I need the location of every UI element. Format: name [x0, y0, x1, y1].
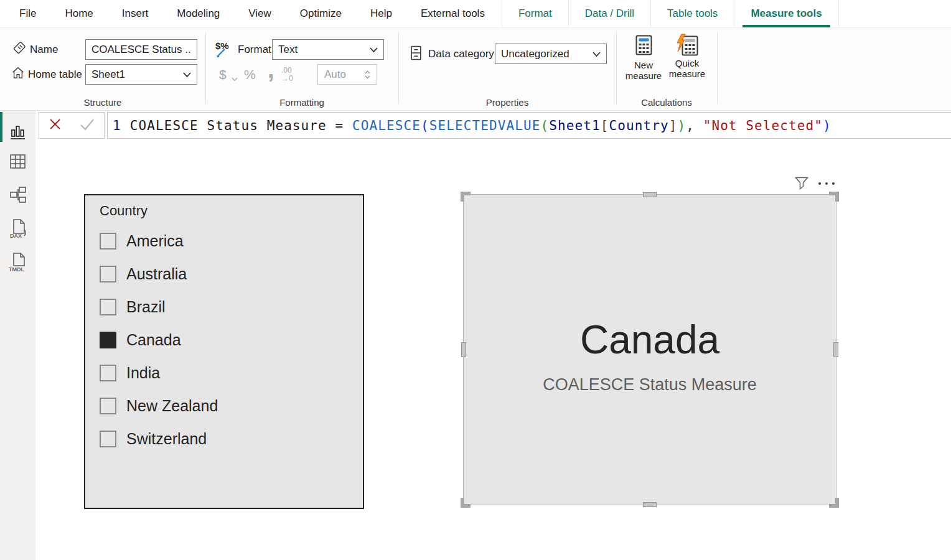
slicer-item-label: America — [126, 232, 184, 250]
home-table-dropdown[interactable]: Sheet1 — [85, 64, 197, 85]
decimal-places-stepper[interactable]: .00 →0 — [281, 64, 301, 85]
ribbon-separator — [717, 32, 718, 104]
formula-token: COALESCE Status Measure — [130, 118, 335, 133]
menu-item-insert[interactable]: Insert — [108, 0, 163, 27]
data-category-value: Uncategorized — [501, 48, 569, 60]
resize-handle-bottom[interactable] — [643, 502, 657, 507]
slicer-item-label: Switzerland — [126, 430, 207, 448]
resize-handle-top-right[interactable] — [829, 192, 839, 202]
tab-measure-tools[interactable]: Measure tools — [734, 0, 838, 27]
resize-handle-bottom-right[interactable] — [829, 498, 839, 508]
menu-item-view[interactable]: View — [234, 0, 286, 27]
resize-handle-top[interactable] — [643, 192, 657, 197]
table-view-icon — [9, 154, 26, 172]
commit-formula-button[interactable] — [80, 118, 95, 133]
slicer-item-label: New Zealand — [126, 397, 218, 415]
menu-item-file[interactable]: File — [5, 0, 50, 27]
more-options-icon[interactable] — [818, 182, 835, 185]
formula-token: ) — [823, 118, 832, 133]
currency-format-button[interactable]: $ — [219, 64, 227, 85]
tab-data-drill[interactable]: Data / Drill — [568, 0, 650, 27]
thousands-separator-button[interactable]: , — [268, 58, 274, 82]
formula-line-number: 1 — [113, 118, 121, 133]
sidebar-item-dax-query-view[interactable]: DAX — [0, 215, 35, 244]
quick-measure-icon — [677, 35, 698, 56]
chevron-down-icon — [183, 68, 191, 81]
format-icon: $% — [215, 42, 235, 60]
ribbon-separator — [205, 32, 206, 104]
home-table-value: Sheet1 — [91, 68, 125, 81]
ribbon: Name Home table Sheet1 Structure $% Form — [0, 28, 951, 111]
card-value: Canada — [464, 317, 836, 363]
data-category-dropdown[interactable]: Uncategorized — [495, 44, 607, 64]
slicer-item-canada[interactable]: Canada — [85, 324, 363, 357]
filter-funnel-icon[interactable] — [795, 177, 808, 192]
formula-token: COALESCE — [352, 118, 421, 133]
slicer-item-switzerland[interactable]: Switzerland — [85, 422, 363, 455]
chevron-down-icon — [370, 44, 378, 56]
menu-item-modeling[interactable]: Modeling — [162, 0, 234, 27]
formula-token: "Not Selected" — [703, 118, 823, 133]
checkbox-india[interactable] — [100, 365, 116, 381]
checkbox-brazil[interactable] — [100, 299, 116, 315]
format-dropdown[interactable]: Text — [272, 39, 384, 60]
menu-item-optimize[interactable]: Optimize — [286, 0, 356, 27]
group-label-properties: Properties — [398, 97, 616, 108]
slicer-item-label: Brazil — [126, 298, 166, 316]
home-icon — [11, 66, 25, 82]
checkbox-switzerland[interactable] — [100, 431, 116, 447]
checkbox-america[interactable] — [100, 233, 116, 250]
cancel-formula-button[interactable] — [49, 118, 62, 133]
card-visual[interactable]: Canada COALESCE Status Measure — [463, 194, 836, 505]
checkbox-canada[interactable] — [100, 332, 116, 348]
slicer-item-america[interactable]: America — [85, 225, 363, 258]
country-slicer-visual[interactable]: Country AmericaAustraliaBrazilCanadaIndi… — [84, 194, 364, 509]
tab-format[interactable]: Format — [502, 0, 568, 27]
data-category-label: Data category — [428, 44, 494, 64]
slicer-item-australia[interactable]: Australia — [85, 258, 363, 291]
chevron-down-icon[interactable] — [232, 73, 238, 84]
sidebar-item-table-view[interactable] — [0, 148, 35, 177]
tab-table-tools[interactable]: Table tools — [650, 0, 734, 27]
measure-name-input[interactable] — [85, 39, 197, 60]
menu-items: FileHomeInsertModelingViewOptimizeHelpEx… — [0, 0, 499, 27]
report-canvas[interactable]: Country AmericaAustraliaBrazilCanadaIndi… — [35, 139, 951, 560]
lightning-bolt-icon — [675, 34, 688, 52]
checkbox-australia[interactable] — [100, 266, 116, 282]
slicer-items: AmericaAustraliaBrazilCanadaIndiaNew Zea… — [85, 225, 363, 455]
checkbox-new-zealand[interactable] — [100, 398, 116, 414]
contextual-tabs: FormatData / DrillTable toolsMeasure too… — [502, 0, 839, 27]
slicer-item-brazil[interactable]: Brazil — [85, 291, 363, 324]
sidebar-item-model-view[interactable] — [0, 182, 35, 210]
group-label-calculations: Calculations — [616, 97, 717, 108]
decimal-auto-input[interactable]: Auto — [317, 64, 377, 85]
svg-text:DAX: DAX — [10, 233, 22, 239]
resize-handle-top-left[interactable] — [461, 192, 471, 202]
spinner-icons[interactable] — [365, 70, 370, 79]
formula-token: Country — [609, 118, 668, 133]
menu-item-home[interactable]: Home — [50, 0, 107, 27]
decimal-top: .00 — [281, 66, 292, 75]
auto-value: Auto — [324, 68, 346, 81]
formula-token: SELECTEDVALUE — [429, 118, 541, 133]
resize-handle-bottom-left[interactable] — [461, 498, 471, 508]
formula-token: Sheet1 — [549, 118, 600, 133]
slicer-item-india[interactable]: India — [85, 357, 363, 390]
menubar: FileHomeInsertModelingViewOptimizeHelpEx… — [0, 0, 951, 28]
menu-item-external-tools[interactable]: External tools — [406, 0, 499, 27]
slicer-item-new-zealand[interactable]: New Zealand — [85, 390, 363, 422]
ribbon-separator — [616, 32, 617, 104]
formula-token: ( — [421, 118, 429, 133]
decimal-bottom: →0 — [281, 74, 293, 83]
new-measure-button[interactable]: New measure — [622, 35, 665, 81]
sidebar-item-report-view[interactable] — [0, 118, 35, 147]
powerbi-desktop-app: FileHomeInsertModelingViewOptimizeHelpEx… — [0, 0, 951, 560]
sidebar-item-tmdl-view[interactable]: TMDL — [0, 249, 35, 278]
format-label: Format — [238, 39, 271, 60]
menu-item-help[interactable]: Help — [356, 0, 406, 27]
dax-formula-input[interactable]: 1 COALESCE Status Measure = COALESCE(SEL… — [107, 112, 951, 139]
quick-measure-button[interactable]: Quick measure — [665, 35, 710, 79]
tmdl-view-icon: TMDL — [8, 252, 28, 275]
percent-format-button[interactable]: % — [244, 64, 256, 85]
model-view-icon — [9, 186, 27, 206]
